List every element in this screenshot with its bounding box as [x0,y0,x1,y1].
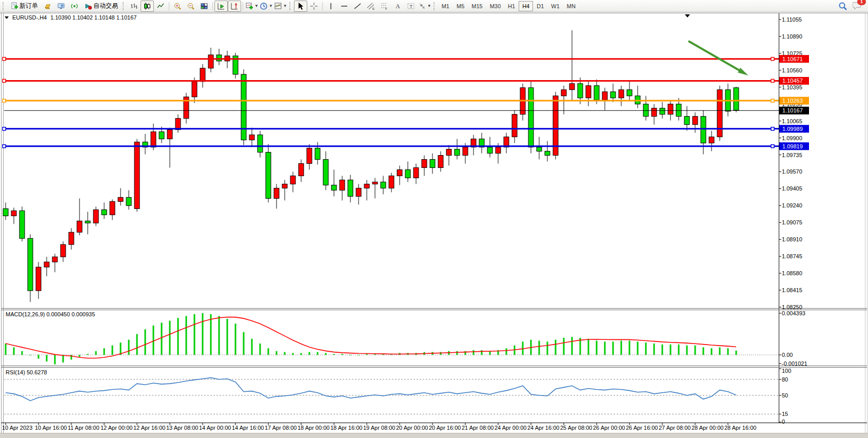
svg-text:1.09075: 1.09075 [782,219,802,225]
svg-text:24 Apr 16:00: 24 Apr 16:00 [527,425,559,431]
svg-text:10 Apr 2023: 10 Apr 2023 [2,425,32,431]
svg-text:1.09989: 1.09989 [782,126,803,132]
candlestick-mode-button[interactable] [141,1,154,12]
svg-text:28 Apr 00:00: 28 Apr 00:00 [692,425,723,431]
toolbar-grip[interactable] [433,2,436,10]
svg-text:1.08580: 1.08580 [782,270,802,276]
channel-tool-button[interactable]: E [364,1,378,12]
chart-shift-button[interactable] [228,1,241,12]
timeframe-d1-button[interactable]: D1 [533,1,547,11]
text-label-icon: T [407,2,415,10]
notification-badge: 1 [857,0,866,5]
svg-text:1.09240: 1.09240 [782,202,802,208]
svg-text:1.08745: 1.08745 [782,253,802,259]
timeframe-mn-button[interactable]: MN [563,1,579,11]
rsi-pane[interactable]: 1008050150 [4,368,791,425]
svg-text:0: 0 [782,418,785,425]
bar-chart-mode-button[interactable] [127,1,141,12]
one-click-trading-toggle-icon[interactable] [5,16,9,19]
auto-scroll-button[interactable] [214,1,228,12]
svg-text:1.10560: 1.10560 [782,67,802,73]
new-chart-icon [245,2,253,10]
gold-ingot-icon [44,2,52,10]
toolbar-separator [169,2,169,10]
timeframe-w1-button[interactable]: W1 [547,1,563,11]
svg-text:1.08250: 1.08250 [782,304,802,310]
periods-dropdown[interactable]: ▼ [259,1,273,12]
scroll-end-marker[interactable] [685,14,690,17]
candles-layer[interactable] [3,30,739,302]
svg-text:80: 80 [782,376,788,383]
svg-text:14 Apr 16:00: 14 Apr 16:00 [232,425,264,431]
timeframe-m15-button[interactable]: M15 [468,1,486,11]
search-icon[interactable] [838,2,847,11]
svg-text:28 Apr 16:00: 28 Apr 16:00 [724,425,756,431]
svg-text:20 Apr 16:00: 20 Apr 16:00 [429,425,461,431]
text-label-tool-button[interactable]: T [404,1,418,12]
svg-text:12 Apr 16:00: 12 Apr 16:00 [133,425,165,431]
timeframe-m5-button[interactable]: M5 [453,1,468,11]
zoom-out-button[interactable] [184,1,198,12]
timeframe-h4-button[interactable]: H4 [519,1,533,11]
horizontal-lines-layer[interactable]: 1.106711.104571.102631.099891.09819 [3,55,809,150]
toolbar-grip[interactable] [123,2,125,10]
zoom-in-icon [173,2,182,10]
svg-text:13 Apr 08:00: 13 Apr 08:00 [166,425,198,431]
fibonacci-icon: F [380,2,388,10]
svg-text:21 Apr 08:00: 21 Apr 08:00 [462,425,494,431]
svg-text:1.09405: 1.09405 [782,185,802,192]
chart-shift-icon [230,2,239,10]
toolbar-separator [322,2,323,10]
horizontal-line-tool-button[interactable] [338,1,351,12]
svg-text:1.09819: 1.09819 [782,143,803,149]
new-order-button[interactable]: 新订单 [7,1,41,12]
terminal-button[interactable] [54,1,68,12]
toolbar-grip[interactable] [3,2,5,10]
tile-windows-button[interactable] [198,1,211,12]
svg-text:27 Apr 08:00: 27 Apr 08:00 [659,425,691,431]
notifications-button[interactable]: 1 [853,1,863,11]
zoom-in-button[interactable] [171,1,184,12]
timeframe-m30-button[interactable]: M30 [486,1,504,11]
chart-symbol-period: EURUSD-,H4 [12,14,47,21]
chart-window: 1.110551.108901.107251.105601.103951.102… [0,12,868,438]
svg-text:17 Apr 08:00: 17 Apr 08:00 [265,425,297,431]
time-axis[interactable]: 10 Apr 202310 Apr 16:0011 Apr 08:0012 Ap… [2,423,756,431]
svg-text:1.09735: 1.09735 [782,152,802,158]
chart-canvas[interactable]: 1.110551.108901.107251.105601.103951.102… [0,12,868,433]
macd-indicator-label: MACD(12,26,9) 0.000450 0.000935 [6,311,95,317]
svg-text:19 Apr 08:00: 19 Apr 08:00 [363,425,395,431]
svg-text:1.10395: 1.10395 [782,84,802,90]
mt4-window: 新订单 自动交 [0,0,868,438]
line-chart-mode-button[interactable] [154,1,167,12]
toolbar-grip[interactable] [289,2,292,10]
svg-text:1.08910: 1.08910 [782,236,802,242]
signals-button[interactable] [68,1,81,12]
svg-text:1.11055: 1.11055 [782,16,802,23]
arrows-dropdown[interactable]: ▼ [418,1,432,12]
svg-text:18 Apr 00:00: 18 Apr 00:00 [298,425,329,431]
trendline-tool-button[interactable] [351,1,364,12]
timeframe-m1-button[interactable]: M1 [438,1,453,11]
cursor-tool-button[interactable] [294,1,307,12]
current-price-line: 1.10167 [4,107,809,115]
market-watch-button[interactable] [41,1,54,12]
fibonacci-tool-button[interactable]: F [378,1,391,12]
chevron-down-icon: ▼ [269,4,273,8]
timeframe-h1-button[interactable]: H1 [504,1,519,11]
tile-windows-icon [200,2,208,10]
candlestick-icon [143,2,151,10]
svg-text:1.09570: 1.09570 [782,168,802,175]
window-bottom-edge [0,433,868,438]
macd-pane[interactable]: 0.0043930.00-0.001021 [4,310,807,367]
svg-text:-0.001021: -0.001021 [782,360,807,367]
text-tool-button[interactable]: A [391,1,404,12]
auto-scroll-icon [217,2,225,10]
crosshair-tool-button[interactable] [307,1,321,12]
indicators-dropdown[interactable]: ▼ [273,1,288,12]
auto-trading-button[interactable]: 自动交易 [81,1,121,12]
vertical-line-tool-button[interactable] [324,1,338,12]
svg-text:14 Apr 00:00: 14 Apr 00:00 [199,425,231,431]
new-chart-dropdown[interactable]: ▼ [245,1,259,12]
svg-text:11 Apr 08:00: 11 Apr 08:00 [68,425,100,431]
